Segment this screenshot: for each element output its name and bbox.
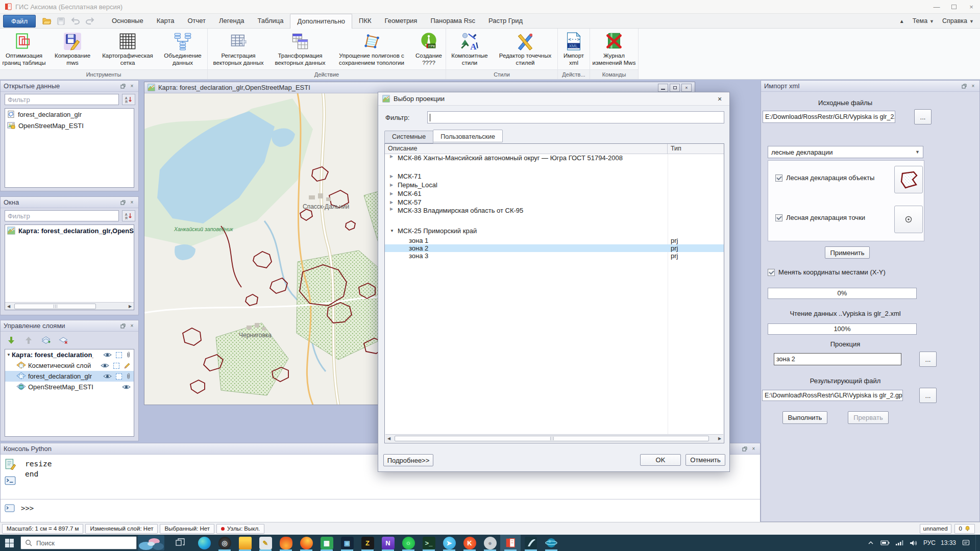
widgets-icon[interactable] [138, 535, 164, 550]
expander-icon[interactable]: ▶ [390, 174, 396, 179]
scroll-right-icon[interactable]: ▶ [716, 436, 723, 441]
column-description[interactable]: Описание [385, 144, 668, 154]
add-layer-icon[interactable] [40, 335, 52, 345]
console-code[interactable]: resizeend [25, 459, 52, 479]
move-layer-up-icon[interactable] [23, 335, 34, 345]
column-type[interactable]: Тип [668, 144, 684, 154]
layer-row-openstreetmap_esti[interactable]: OpenStreetMap_ESTI [5, 382, 134, 392]
projection-row[interactable]: зона 1prj [385, 237, 724, 244]
theme-menu[interactable]: Тема▼ [913, 17, 934, 24]
projection-row[interactable]: ▶МСК-86 Ханты-Мансийский автономный окру… [385, 154, 724, 172]
list-item-openstreetmap_esti[interactable]: OpenStreetMap_ESTI [5, 120, 134, 131]
editable-checkbox[interactable] [113, 363, 119, 369]
file-explorer-icon[interactable] [235, 535, 255, 551]
panel-float-icon[interactable] [119, 323, 126, 329]
sort-icon[interactable]: АЯ [122, 210, 135, 221]
feather-icon[interactable] [521, 535, 541, 551]
ribbon-button-transform-vector[interactable]: Трансформация векторных данных [269, 30, 331, 67]
eye-icon[interactable] [103, 373, 112, 380]
file-menu-button[interactable]: Файл [3, 15, 36, 28]
menu-tab-Таблица[interactable]: Таблица [251, 14, 290, 29]
panel-close-icon[interactable]: × [970, 83, 976, 89]
map-minimize-icon[interactable] [658, 84, 668, 92]
dialog-close-icon[interactable]: × [714, 95, 725, 103]
map-close-icon[interactable]: × [681, 84, 692, 92]
ok-button[interactable]: OK [640, 454, 681, 466]
save-icon[interactable] [55, 16, 67, 26]
console-prompt-row[interactable]: >>> [1, 499, 760, 522]
expander-icon[interactable]: ▼ [390, 229, 396, 233]
remove-layer-icon[interactable] [58, 335, 69, 345]
menu-tab-Отчет[interactable]: Отчет [181, 14, 212, 29]
panel-float-icon[interactable] [119, 199, 126, 206]
dialog-tab-Системные[interactable]: Системные [384, 131, 433, 143]
maximize-icon[interactable] [945, 0, 963, 13]
ribbon-button-merge-data[interactable]: Объединение данных [158, 30, 207, 67]
console-script-icon[interactable] [4, 458, 17, 471]
open-folder-icon[interactable] [41, 16, 53, 26]
expander-icon[interactable]: ▶ [390, 183, 396, 187]
ribbon-button-create-grk[interactable]: ГРКСоздание ???? [412, 30, 446, 67]
close-icon[interactable]: × [963, 0, 980, 13]
menu-tab-Растр Грид[interactable]: Растр Грид [482, 14, 529, 29]
panel-close-icon[interactable]: × [129, 323, 135, 329]
clock[interactable]: 13:33 [941, 539, 956, 546]
whatsapp-icon[interactable]: ○ [398, 535, 419, 551]
ribbon-button-optimize-borders[interactable]: Оптимизация границ таблицы [0, 30, 48, 67]
tray-chevron-icon[interactable] [866, 539, 875, 547]
volume-icon[interactable] [909, 539, 918, 547]
layer-row-forest_declaration_glr[interactable]: forest_declaration_glr [5, 371, 134, 382]
expander-icon[interactable]: ▶ [390, 200, 396, 205]
objects-checkbox-row[interactable]: Лесная декларация объекты [775, 174, 874, 182]
ribbon-button-import-xml[interactable]: <··>XMLИмпорт xml [558, 30, 590, 67]
expander-icon[interactable]: ▶ [390, 207, 396, 211]
planet-icon[interactable] [541, 535, 561, 551]
collapse-ribbon-icon[interactable]: ▲ [899, 18, 904, 24]
start-button[interactable] [0, 535, 18, 551]
show-desktop-strip[interactable] [975, 535, 978, 551]
list-item-forest_declaration_glr[interactable]: forest_declaration_glr [5, 109, 134, 120]
map-restore-icon[interactable] [670, 84, 680, 92]
list-item--forest_declaration_glr-opens[interactable]: Карта: forest_declaration_glr,OpenS [5, 225, 134, 236]
projection-row[interactable]: ▼МСК-25 Приморский край [385, 224, 724, 237]
ribbon-button-journal-mws[interactable]: Журнал изменений Mws [590, 30, 638, 67]
expander-icon[interactable]: ▼ [7, 353, 12, 357]
cancel-button[interactable]: Отменить [685, 454, 725, 466]
status-nodes[interactable]: Узлы: Выкл. [216, 524, 264, 534]
panel-close-icon[interactable]: × [129, 199, 135, 206]
status-messages[interactable]: 0 [954, 524, 975, 534]
console-prompt-icon[interactable] [5, 503, 15, 513]
menu-tab-Геометрия[interactable]: Геометрия [378, 14, 424, 29]
battery-icon[interactable] [880, 539, 890, 547]
panel-close-icon[interactable]: × [750, 446, 757, 452]
browse-projection-button[interactable]: ... [919, 352, 937, 367]
grey-hand-icon[interactable]: ● [480, 535, 500, 551]
windows-filter-input[interactable] [5, 210, 119, 221]
task-view-icon[interactable] [172, 535, 189, 551]
projection-row[interactable]: ▶МСК-71 [385, 172, 724, 181]
projection-value-field[interactable]: зона 2 [774, 353, 901, 365]
expander-icon[interactable]: ▶ [390, 154, 396, 159]
language-indicator[interactable]: РУС [923, 539, 936, 546]
projection-row[interactable]: ▶МСК-61 [385, 189, 724, 198]
eye-icon[interactable] [101, 362, 109, 369]
dialog-filter-input[interactable] [427, 111, 724, 123]
ribbon-button-copy-mws[interactable]: Копирование mws [48, 30, 97, 67]
swap-xy-checkbox-row[interactable]: Менять координаты местами (X-Y) [768, 268, 886, 276]
flame-icon[interactable] [276, 535, 296, 551]
bolt-icon[interactable]: Z [357, 535, 378, 551]
browse-result-button[interactable]: ... [919, 388, 937, 403]
panel-float-icon[interactable] [119, 83, 126, 89]
scroll-right-icon[interactable]: ▶ [127, 304, 134, 309]
run-button[interactable]: Выполнить [782, 411, 827, 424]
editable-checkbox[interactable] [116, 352, 122, 358]
open-data-filter-input[interactable] [5, 94, 119, 105]
eye-icon[interactable] [122, 384, 131, 390]
ribbon-button-point-style-editor[interactable]: Редактор точечных стилей [493, 30, 557, 67]
menu-tab-Легенда[interactable]: Легенда [212, 14, 251, 29]
projection-row[interactable]: ▶МСК-57 [385, 198, 724, 207]
network-icon[interactable] [895, 539, 904, 547]
menu-tab-Карта[interactable]: Карта [150, 14, 181, 29]
console-run-icon[interactable] [4, 474, 17, 487]
points-checkbox-row[interactable]: Лесная декларация точки [775, 214, 865, 221]
